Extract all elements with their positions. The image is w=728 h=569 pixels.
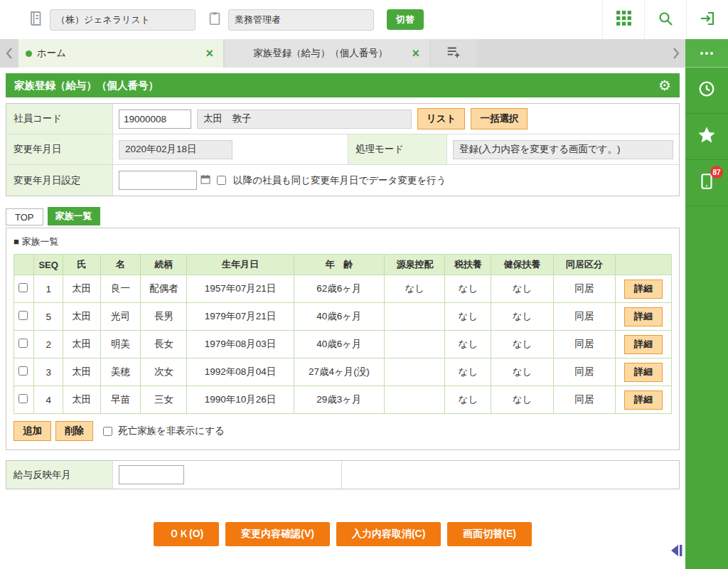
logout-button[interactable] (686, 0, 728, 39)
cell-last-name: 太田 (63, 331, 100, 358)
switch-button[interactable]: 切替 (387, 9, 424, 30)
cell-withholding: なし (385, 275, 445, 303)
tab-family-list[interactable]: 家族一覧 (48, 207, 100, 225)
column-header: 氏 (63, 255, 100, 275)
cell-relation: 長女 (141, 331, 187, 358)
row-select-checkbox[interactable] (18, 283, 28, 292)
tab-scroll-left-button[interactable] (0, 39, 18, 68)
role-input[interactable] (228, 9, 374, 31)
process-mode-value: 登録(入力内容を変更する画面です。) (453, 140, 673, 159)
column-header: 健保扶養 (491, 255, 553, 275)
cell-living-status: 同居 (553, 358, 615, 386)
gear-icon[interactable]: ⚙ (658, 77, 671, 94)
tab-scroll-right-button[interactable] (667, 39, 685, 68)
switch-screen-button[interactable]: 画面切替(E) (447, 522, 532, 546)
cell-seq: 5 (34, 303, 63, 331)
cell-age: 40歳6ヶ月 (294, 331, 385, 358)
table-row: 2 太田 明美 長女 1979年08月03日 40歳6ヶ月 なし なし 同居 (14, 331, 672, 358)
confirm-changes-button[interactable]: 変更内容確認(V) (225, 522, 330, 546)
change-date-setting-content: 以降の社員も同じ変更年月日でデータ変更を行う (113, 165, 679, 196)
company-input[interactable] (50, 9, 196, 31)
cell-health-dependent: なし (491, 386, 553, 414)
cell-birth-date: 1979年08月03日 (187, 331, 294, 358)
sidebar-favorites-button[interactable] (685, 114, 728, 160)
detail-button[interactable]: 詳細 (624, 280, 663, 299)
collapse-panel-icon[interactable] (668, 543, 684, 560)
family-list-box: ■ 家族一覧 SEQ 氏 名 (6, 228, 680, 450)
cell-living-status: 同居 (553, 303, 615, 331)
employee-code-label: 社員コード (6, 104, 113, 134)
detail-button[interactable]: 詳細 (624, 335, 663, 354)
bulk-select-button[interactable]: 一括選択 (471, 108, 528, 129)
search-button[interactable] (644, 0, 686, 39)
new-tab-button[interactable] (431, 39, 476, 68)
family-table-header-row: SEQ 氏 名 続柄 生年月日 年 齢 源泉控配 税扶養 健保扶養 同居区分 (14, 255, 672, 275)
add-button[interactable]: 追加 (14, 421, 51, 441)
app: 切替 (0, 0, 728, 569)
cell-tax-dependent: なし (445, 358, 491, 386)
cell-last-name: 太田 (63, 358, 100, 386)
tab-family-label: 家族登録（給与）（個人番号） (232, 47, 409, 60)
page-title: 家族登録（給与）（個人番号） (14, 79, 159, 92)
salary-reflect-month-input[interactable] (119, 465, 184, 484)
ok-button[interactable]: ＯＫ(O) (154, 522, 219, 546)
row-select-checkbox[interactable] (18, 339, 28, 348)
app-grid-button[interactable] (602, 0, 644, 39)
salary-reflect-empty-cell (342, 461, 679, 489)
cell-last-name: 太田 (63, 275, 100, 303)
change-date-value: 2020年02月18日 (119, 140, 232, 159)
column-header: SEQ (34, 255, 63, 275)
tab-family-registration[interactable]: 家族登録（給与）（個人番号） × (225, 39, 429, 68)
cell-relation: 長男 (141, 303, 187, 331)
cell-seq: 2 (34, 331, 63, 358)
column-header: 税扶養 (445, 255, 491, 275)
cell-last-name: 太田 (63, 303, 100, 331)
cell-health-dependent: なし (491, 358, 553, 386)
row-select-checkbox[interactable] (18, 394, 28, 403)
cell-first-name: 明美 (100, 331, 141, 358)
delete-button[interactable]: 削除 (55, 421, 93, 441)
select-column-header (14, 255, 34, 275)
hide-deceased-checkbox[interactable] (103, 427, 112, 436)
change-date-setting-input[interactable] (119, 171, 197, 190)
change-date-setting-row: 変更年月日設定 以降の社員も同じ変更年月日で (6, 165, 679, 196)
cell-tax-dependent: なし (445, 331, 491, 358)
detail-button[interactable]: 詳細 (624, 363, 663, 382)
close-icon[interactable]: × (203, 46, 216, 61)
table-row: 5 太田 光司 長男 1979年07月21日 40歳6ヶ月 なし なし 同居 (14, 303, 672, 331)
process-mode-content: 登録(入力内容を変更する画面です。) (447, 134, 679, 164)
sidebar-more-button[interactable] (685, 39, 728, 68)
detail-button[interactable]: 詳細 (624, 390, 663, 410)
cell-living-status: 同居 (553, 386, 615, 414)
cancel-input-button[interactable]: 入力内容取消(C) (336, 522, 441, 546)
tab-home[interactable]: ホーム × (18, 39, 223, 68)
row-select-checkbox[interactable] (18, 366, 28, 376)
page-title-bar: 家族登録（給与）（個人番号） ⚙ (6, 73, 680, 97)
close-icon[interactable]: × (409, 46, 422, 61)
row-select-checkbox[interactable] (18, 311, 28, 320)
list-button[interactable]: リスト (417, 108, 465, 129)
home-tab-icon (26, 50, 32, 57)
notification-badge: 87 (710, 166, 723, 179)
cell-withholding (385, 331, 445, 358)
apply-following-checkbox[interactable] (217, 176, 226, 185)
cell-first-name: 良一 (100, 275, 141, 303)
tab-top[interactable]: TOP (6, 208, 43, 225)
column-header: 源泉控配 (385, 255, 445, 275)
column-header: 同居区分 (553, 255, 615, 275)
cell-living-status: 同居 (553, 331, 615, 358)
detail-button[interactable]: 詳細 (624, 307, 663, 326)
footer-buttons: ＯＫ(O) 変更内容確認(V) 入力内容取消(C) 画面切替(E) (6, 522, 680, 546)
sidebar-history-button[interactable] (685, 68, 728, 114)
change-date-row: 変更年月日 2020年02月18日 処理モード 登録(入力内容を変更する画面です… (6, 134, 679, 165)
history-clock-icon (697, 79, 717, 102)
employee-code-input[interactable] (119, 110, 191, 129)
cell-relation: 配偶者 (141, 275, 187, 303)
salary-reflect-row: 給与反映年月 (6, 460, 680, 489)
section-tabs: TOP 家族一覧 (6, 207, 680, 225)
cell-withholding (385, 303, 445, 331)
process-mode-label: 処理モード (348, 134, 447, 164)
sidebar-notifications-button[interactable]: 87 (685, 160, 728, 206)
cell-birth-date: 1990年10月26日 (187, 386, 294, 414)
calendar-icon[interactable] (200, 174, 211, 188)
